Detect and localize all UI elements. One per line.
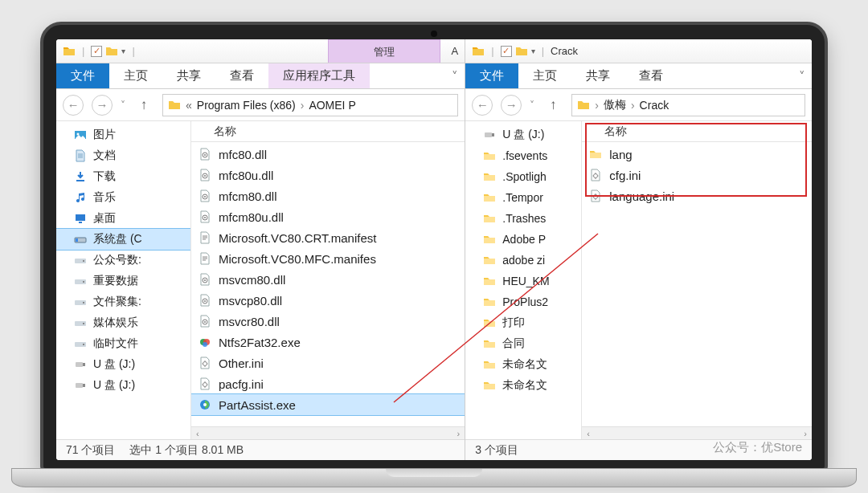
nav-item[interactable]: U 盘 (J:) <box>56 354 190 375</box>
folder-icon <box>483 170 496 183</box>
dll-icon <box>198 293 212 308</box>
nav-item[interactable]: ProPlus2 <box>465 291 581 312</box>
crumb-overflow-icon[interactable]: « <box>186 99 192 112</box>
scroll-left-icon[interactable]: ‹ <box>583 429 593 438</box>
file-row[interactable]: cfg.ini <box>582 165 812 185</box>
column-header-name[interactable]: 名称 <box>191 121 465 142</box>
nav-item[interactable]: .Trashes <box>465 208 581 229</box>
file-row[interactable]: Ntfs2Fat32.exe <box>191 332 465 352</box>
history-dropdown-icon[interactable]: ˅ <box>530 100 534 111</box>
nav-item[interactable]: 未命名文 <box>465 354 581 375</box>
horizontal-scrollbar[interactable]: ‹ › <box>582 426 812 439</box>
nav-item[interactable]: .Spotligh <box>465 166 581 187</box>
dll-icon <box>198 189 212 203</box>
file-row[interactable]: msvcm80.dll <box>191 269 465 290</box>
file-name: msvcp80.dll <box>219 294 282 308</box>
nav-pane[interactable]: 图片文档下载音乐桌面系统盘 (C公众号数:重要数据文件聚集:媒体娱乐临时文件U … <box>56 121 191 439</box>
crumb-aomei-cn[interactable]: 傲梅 <box>604 98 626 112</box>
nav-item[interactable]: 图片 <box>56 124 190 145</box>
qat-folder-icon[interactable] <box>515 45 528 58</box>
forward-button[interactable]: → <box>92 95 113 116</box>
ini-icon <box>198 356 212 370</box>
tab-view[interactable]: 查看 <box>215 63 268 88</box>
nav-item[interactable]: HEU_KM <box>465 271 581 291</box>
breadcrumb[interactable]: « Program Files (x86) › AOMEI P <box>162 94 458 116</box>
nav-item[interactable]: 未命名文 <box>465 375 581 396</box>
file-row[interactable]: Other.ini <box>191 352 465 373</box>
nav-item[interactable]: adobe zi <box>465 250 581 271</box>
up-button[interactable]: ↑ <box>133 97 154 113</box>
tab-home[interactable]: 主页 <box>518 63 571 88</box>
nav-item[interactable]: 临时文件 <box>56 333 190 354</box>
scroll-left-icon[interactable]: ‹ <box>193 429 203 438</box>
qat-check-icon[interactable]: ✓ <box>501 46 512 57</box>
qat-dropdown-icon[interactable]: ▾ <box>531 47 535 55</box>
nav-item[interactable]: .Tempor <box>465 187 581 208</box>
nav-item[interactable]: 公众号数: <box>56 250 190 271</box>
tab-view[interactable]: 查看 <box>624 63 678 88</box>
qat-folder-icon[interactable] <box>105 45 118 58</box>
nav-item[interactable]: 音乐 <box>56 187 190 208</box>
qat-check-icon[interactable]: ✓ <box>91 46 102 57</box>
nav-item[interactable]: 重要数据 <box>56 271 190 291</box>
nav-item[interactable]: 打印 <box>465 312 581 333</box>
tab-share[interactable]: 共享 <box>571 63 624 88</box>
tab-file[interactable]: 文件 <box>56 63 109 88</box>
forward-button[interactable]: → <box>501 95 522 116</box>
file-row[interactable]: Microsoft.VC80.CRT.manifest <box>191 227 465 248</box>
nav-item[interactable]: 桌面 <box>56 208 190 229</box>
file-row[interactable]: msvcp80.dll <box>191 290 465 311</box>
nav-item[interactable]: 文件聚集: <box>56 291 190 312</box>
usb-icon <box>483 128 496 141</box>
scroll-right-icon[interactable]: › <box>800 429 810 438</box>
folder-icon <box>483 316 496 329</box>
tab-context-apptools[interactable]: 应用程序工具 <box>268 63 370 88</box>
nav-item[interactable]: U 盘 (J:) <box>56 375 190 396</box>
file-row[interactable]: mfc80u.dll <box>191 165 465 185</box>
file-row[interactable]: pacfg.ini <box>191 373 465 394</box>
file-row[interactable]: PartAssist.exe <box>191 394 465 415</box>
tab-file[interactable]: 文件 <box>465 63 518 88</box>
ribbon-expand-icon[interactable]: ˅ <box>445 63 465 88</box>
file-row[interactable]: mfc80.dll <box>191 144 465 165</box>
file-row[interactable]: lang <box>582 144 812 165</box>
breadcrumb[interactable]: › 傲梅 › Crack <box>571 94 805 116</box>
back-button[interactable]: ← <box>63 95 84 116</box>
column-header-name[interactable]: 名称 <box>582 121 812 142</box>
status-selection: 选中 1 个项目 8.01 MB <box>129 443 244 458</box>
back-button[interactable]: ← <box>472 95 493 116</box>
nav-item[interactable]: 下载 <box>56 166 190 187</box>
nav-item[interactable]: .fsevents <box>465 145 581 166</box>
ribbon-contextual-tab[interactable]: 管理 <box>328 39 440 63</box>
file-name: msvcm80.dll <box>219 273 285 287</box>
svg-point-15 <box>83 323 84 324</box>
crumb-aomei[interactable]: AOMEI P <box>309 99 355 112</box>
file-row[interactable]: mfcm80u.dll <box>191 206 465 227</box>
tab-home[interactable]: 主页 <box>109 63 162 88</box>
scroll-right-icon[interactable]: › <box>454 429 464 438</box>
qat-dropdown-icon[interactable]: ▾ <box>121 47 125 55</box>
file-list[interactable]: mfc80.dllmfc80u.dllmfcm80.dllmfcm80u.dll… <box>191 142 465 426</box>
nav-item[interactable]: Adobe P <box>465 229 581 250</box>
nav-item[interactable]: 媒体娱乐 <box>56 312 190 333</box>
nav-item[interactable]: 系统盘 (C <box>56 229 190 250</box>
folder-icon <box>483 233 496 246</box>
ribbon-tabs: 文件 主页 共享 查看 ˅ <box>465 63 812 89</box>
nav-item[interactable]: 文档 <box>56 145 190 166</box>
file-row[interactable]: Microsoft.VC80.MFC.manifes <box>191 248 465 269</box>
up-button[interactable]: ↑ <box>542 97 563 113</box>
horizontal-scrollbar[interactable]: ‹ › <box>191 426 465 439</box>
file-row[interactable]: language.ini <box>582 185 812 206</box>
nav-item[interactable]: U 盘 (J:) <box>465 124 581 145</box>
crumb-program-files[interactable]: Program Files (x86) <box>197 99 296 112</box>
nav-pane[interactable]: U 盘 (J:).fsevents.Spotligh.Tempor.Trashe… <box>465 121 582 439</box>
crumb-crack[interactable]: Crack <box>640 99 669 112</box>
history-dropdown-icon[interactable]: ˅ <box>121 100 125 111</box>
tab-share[interactable]: 共享 <box>162 63 215 88</box>
file-list[interactable]: langcfg.inilanguage.ini <box>582 142 812 426</box>
file-row[interactable]: msvcr80.dll <box>191 311 465 332</box>
nav-item[interactable]: 合同 <box>465 333 581 354</box>
ribbon-expand-icon[interactable]: ˅ <box>792 63 812 88</box>
file-row[interactable]: mfcm80.dll <box>191 185 465 206</box>
svg-rect-18 <box>76 362 83 367</box>
